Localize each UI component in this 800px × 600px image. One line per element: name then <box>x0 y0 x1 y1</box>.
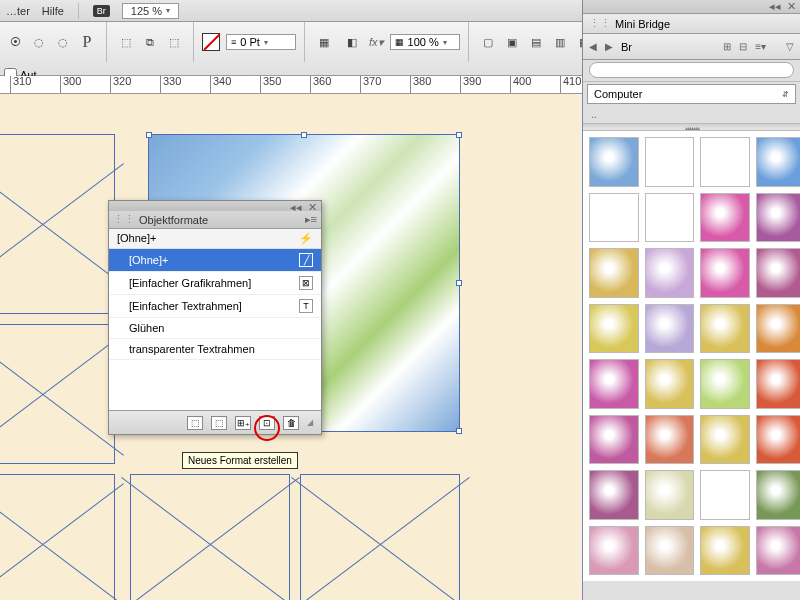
thumbnail-item[interactable] <box>700 359 750 409</box>
text-wrap-none-icon[interactable]: ▢ <box>477 31 499 53</box>
style-item-graphic-frame[interactable]: [Einfacher Grafikrahmen]⊠ <box>109 272 321 295</box>
object-styles-panel: ◂◂ ✕ ⋮⋮ Objektformate ▸≡ [Ohne]+⚡ [Ohne]… <box>108 200 322 435</box>
thumbnail-item[interactable] <box>700 304 750 354</box>
menu-item[interactable]: …ter <box>6 5 30 17</box>
nav-back-button[interactable]: ◀ <box>589 41 597 52</box>
no-stroke-icon[interactable] <box>202 33 220 51</box>
panel-grip-icon[interactable]: ⋮⋮ <box>113 213 135 226</box>
new-group-button[interactable]: ⊞₊ <box>235 416 251 430</box>
empty-graphic-frame[interactable] <box>130 474 290 600</box>
thumbnail-item[interactable] <box>589 359 639 409</box>
empty-graphic-frame[interactable] <box>0 474 115 600</box>
thumbnail-grid <box>583 131 800 581</box>
gradient-icon[interactable]: ◧ <box>341 31 363 53</box>
chain-icon[interactable]: ⧉ <box>139 31 161 53</box>
text-wrap-shape-icon[interactable]: ▤ <box>525 31 547 53</box>
style-item-glow[interactable]: Glühen <box>109 318 321 339</box>
thumbnail-item[interactable] <box>700 248 750 298</box>
fill-icon[interactable]: ▦ <box>313 31 335 53</box>
thumbnail-item[interactable] <box>589 526 639 576</box>
thumbnail-item[interactable] <box>756 304 801 354</box>
stroke-weight-field[interactable]: ≡0 Pt <box>226 34 296 50</box>
text-wrap-jump-icon[interactable]: ▥ <box>549 31 571 53</box>
distribute-icon[interactable]: ⬚ <box>163 31 185 53</box>
new-style-tooltip: Neues Format erstellen <box>182 452 298 469</box>
style-item-transparent[interactable]: transparenter Textrahmen <box>109 339 321 360</box>
text-frame-icon: T <box>299 299 313 313</box>
thumbnail-item[interactable] <box>645 248 695 298</box>
panel-title: Objektformate <box>139 214 208 226</box>
panel-collapse-icon[interactable]: ◂◂ <box>290 201 302 211</box>
thumbnail-item[interactable] <box>756 359 801 409</box>
bridge-search[interactable] <box>583 60 800 82</box>
text-p-icon[interactable]: P <box>76 31 98 53</box>
chevron-updown-icon: ⇵ <box>782 90 789 99</box>
current-style-header: [Ohne]+⚡ <box>109 229 321 249</box>
bridge-badge-icon[interactable]: Br <box>621 41 632 53</box>
clear-attr-button[interactable]: ⬚ <box>211 416 227 430</box>
panel-menu-icon[interactable]: ▸≡ <box>305 213 317 226</box>
thumbnail-item[interactable] <box>645 304 695 354</box>
thumbnail-item[interactable] <box>589 193 639 243</box>
bridge-badge-icon[interactable]: Br <box>93 5 110 17</box>
ellipse-dotted-alt-icon[interactable]: ◌ <box>52 31 74 53</box>
style-item-none[interactable]: [Ohne]+╱ <box>109 249 321 272</box>
panel-resize-icon[interactable]: ◢ <box>307 418 313 427</box>
breadcrumb-path[interactable]: .. <box>583 106 800 123</box>
graphic-frame-icon: ⊠ <box>299 276 313 290</box>
thumbnail-item[interactable] <box>589 304 639 354</box>
search-input[interactable] <box>589 62 794 78</box>
thumbnail-item[interactable] <box>700 137 750 187</box>
lightning-icon: ⚡ <box>299 232 313 245</box>
delete-style-button[interactable]: 🗑 <box>283 416 299 430</box>
thumbnail-item[interactable] <box>700 470 750 520</box>
new-style-button[interactable]: ⊡ <box>259 416 275 430</box>
text-wrap-bounding-icon[interactable]: ▣ <box>501 31 523 53</box>
thumbnail-item[interactable] <box>645 193 695 243</box>
panel-grip-icon[interactable]: ⋮⋮ <box>589 17 611 30</box>
view-toggle-icon[interactable]: ⊞ <box>723 41 731 52</box>
thumbnail-item[interactable] <box>700 193 750 243</box>
panel-divider[interactable] <box>583 123 800 131</box>
thumbnail-item[interactable] <box>756 526 801 576</box>
panel-close-icon[interactable]: ✕ <box>787 0 796 13</box>
menu-help[interactable]: Hilfe <box>42 5 64 17</box>
thumbnail-item[interactable] <box>756 415 801 465</box>
thumbnail-item[interactable] <box>589 470 639 520</box>
panel-close-icon[interactable]: ✕ <box>308 201 317 211</box>
thumbnail-item[interactable] <box>756 137 801 187</box>
style-item-text-frame[interactable]: [Einfacher Textrahmen]T <box>109 295 321 318</box>
thumbnail-item[interactable] <box>645 359 695 409</box>
nav-forward-button[interactable]: ▶ <box>605 41 613 52</box>
opacity-field[interactable]: ▦100 % <box>390 34 460 50</box>
location-dropdown[interactable]: Computer⇵ <box>587 84 796 104</box>
thumbnail-item[interactable] <box>645 415 695 465</box>
panel-options-icon[interactable]: ⊟ <box>739 41 747 52</box>
thumbnail-item[interactable] <box>700 415 750 465</box>
thumbnail-item[interactable] <box>756 470 801 520</box>
ellipse-dotted-icon[interactable]: ◌ <box>28 31 50 53</box>
thumbnail-item[interactable] <box>645 470 695 520</box>
panel-collapse-icon[interactable]: ◂◂ <box>769 0 781 13</box>
thumbnail-item[interactable] <box>645 137 695 187</box>
zoom-level[interactable]: 125 % <box>122 3 179 19</box>
thumbnail-item[interactable] <box>589 137 639 187</box>
align-icon[interactable]: ⬚ <box>115 31 137 53</box>
empty-graphic-frame[interactable] <box>300 474 460 600</box>
thumbnail-item[interactable] <box>589 248 639 298</box>
thumbnail-item[interactable] <box>645 526 695 576</box>
thumbnail-item[interactable] <box>700 526 750 576</box>
empty-graphic-frame[interactable] <box>0 134 115 314</box>
mini-bridge-title: Mini Bridge <box>615 18 670 30</box>
clear-override-button[interactable]: ⬚ <box>187 416 203 430</box>
fx-icon[interactable]: fx▾ <box>369 36 384 49</box>
sort-icon[interactable]: ≡▾ <box>755 41 766 52</box>
empty-graphic-frame[interactable] <box>0 324 115 464</box>
none-style-icon: ╱ <box>299 253 313 267</box>
thumbnail-item[interactable] <box>589 415 639 465</box>
thumbnail-item[interactable] <box>756 248 801 298</box>
thumbnail-item[interactable] <box>756 193 801 243</box>
mini-bridge-panel: ◂◂✕ ⋮⋮Mini Bridge ◀ ▶ Br ⊞ ⊟ ≡▾ ▽ Comput… <box>582 0 800 600</box>
selection-dots-icon[interactable]: ⦿ <box>4 31 26 53</box>
filter-icon[interactable]: ▽ <box>786 41 794 52</box>
